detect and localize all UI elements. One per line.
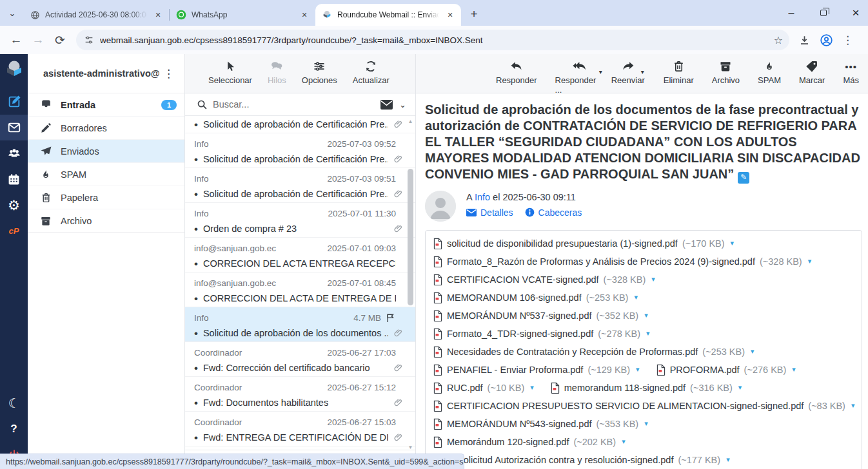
forward-caret-icon[interactable]: ▾ <box>641 68 644 75</box>
attachment-item[interactable]: MEMORÁNDUM Nº543-signed.pdf (~353 KB) ▾ <box>433 415 648 433</box>
message-list-item[interactable]: Info 2025-07-03 09:52 • Solicitud de apr… <box>185 133 415 168</box>
attachment-menu-caret-icon[interactable]: ▾ <box>644 311 648 320</box>
tab-close-icon[interactable]: × <box>152 9 164 21</box>
forward-button[interactable]: Reenviar <box>611 59 645 85</box>
recipient-link[interactable]: Info <box>475 192 490 202</box>
dark-mode-moon-icon[interactable]: ☾ <box>0 390 28 416</box>
address-bar[interactable]: webmail.sanjuan.gob.ec/cpsess8918591777/… <box>76 30 789 50</box>
forward-icon[interactable]: → <box>28 30 48 50</box>
new-tab-button[interactable]: + <box>465 5 483 23</box>
attachment-item[interactable]: CERTIFICACION VCATE-signed.pdf (~328 KB)… <box>433 271 655 289</box>
account-header[interactable]: asistente-administrativo@sa... ⋮ <box>28 54 184 93</box>
search-options-chevron-icon[interactable]: ⌄ <box>399 100 406 110</box>
sidebar-item-drafts[interactable]: Borradores <box>28 117 184 140</box>
attachment-menu-caret-icon[interactable]: ▾ <box>731 239 735 247</box>
select-button[interactable]: Seleccionar <box>208 59 252 85</box>
sidebar-item-spam[interactable]: SPAM <box>28 163 184 186</box>
attachment-item[interactable]: MEMORÁNDUM Nº537-signed.pdf (~352 KB) ▾ <box>433 307 648 325</box>
archive-button[interactable]: Archivo <box>712 59 740 85</box>
browser-tab-roundcube-active[interactable]: Roundcube Webmail :: Enviados × <box>315 4 461 26</box>
attachment-menu-caret-icon[interactable]: ▾ <box>808 257 812 265</box>
list-scrollbar[interactable]: ▲ ▼ <box>406 119 415 451</box>
message-list-item[interactable]: Coordinador 2025-06-27 15:03 • Fwd: ENTR… <box>185 412 415 446</box>
contacts-nav-button[interactable] <box>0 140 28 166</box>
sidebar-item-trash[interactable]: Papelera <box>28 186 184 209</box>
attachment-menu-caret-icon[interactable]: ▾ <box>530 383 534 392</box>
bookmark-star-icon[interactable]: ☆ <box>774 34 783 46</box>
sidebar-item-sent[interactable]: Enviados <box>28 140 184 163</box>
threads-button[interactable]: Hilos <box>268 59 286 85</box>
profile-icon[interactable] <box>820 34 833 47</box>
reply-all-button[interactable]: Responder ... <box>555 59 603 95</box>
attachment-menu-caret-icon[interactable]: ▾ <box>738 383 742 392</box>
attachment-menu-caret-icon[interactable]: ▾ <box>634 293 638 302</box>
scrollbar-thumb[interactable] <box>408 169 413 305</box>
tab-search-button[interactable]: ⌄ <box>4 5 21 21</box>
attachment-item[interactable]: Necesidades de Contratación y Recepción … <box>433 343 755 361</box>
minimize-icon[interactable]: – <box>784 7 798 19</box>
attachment-menu-caret-icon[interactable]: ▾ <box>646 329 650 338</box>
search-input[interactable] <box>213 99 375 110</box>
subject-edit-icon[interactable]: ✎ <box>738 172 749 184</box>
more-button[interactable]: ••• Más <box>843 59 859 85</box>
mail-nav-button[interactable] <box>0 115 28 140</box>
headers-link[interactable]: Cabeceras <box>525 207 582 218</box>
attachment-menu-caret-icon[interactable]: ▾ <box>726 455 730 464</box>
attachment-item[interactable]: MEMORANDUM 106-signed.pdf (~253 KB) ▾ <box>433 289 638 307</box>
reply-all-caret-icon[interactable]: ▾ <box>599 68 602 75</box>
attachment-item[interactable]: 8. Solicitud Autorización contra y resol… <box>433 451 730 469</box>
scroll-up-icon[interactable]: ▲ <box>408 119 413 125</box>
sidebar-item-inbox[interactable]: Entrada 1 <box>28 93 184 117</box>
attachment-item[interactable]: RUC.pdf (~10 KB) ▾ <box>433 379 534 397</box>
compose-button[interactable] <box>0 89 28 115</box>
site-settings-icon[interactable] <box>84 35 94 45</box>
attachment-item[interactable]: solicitud de disponibilidad presupuestar… <box>433 235 734 253</box>
attachment-menu-caret-icon[interactable]: ▾ <box>622 437 626 446</box>
attachment-menu-caret-icon[interactable]: ▾ <box>651 275 655 283</box>
scroll-down-icon[interactable]: ▼ <box>408 445 413 451</box>
attachment-menu-caret-icon[interactable]: ▾ <box>751 347 755 356</box>
details-link[interactable]: Detalles <box>466 207 513 218</box>
attachment-item[interactable]: memorandum 118-signed.pdf (~316 KB) ▾ <box>551 379 742 397</box>
settings-gear-icon[interactable]: ⚙ <box>0 192 28 218</box>
attachment-item[interactable]: Formato_4_TDR-signed-signed.pdf (~278 KB… <box>433 325 650 343</box>
help-icon[interactable]: ? <box>0 416 28 442</box>
delete-button[interactable]: Eliminar <box>664 59 694 85</box>
calendar-nav-button[interactable] <box>0 166 28 192</box>
restore-icon[interactable] <box>816 7 831 19</box>
attachment-item[interactable]: Formato_8_Razón de Proformas y Análisis … <box>433 253 811 271</box>
message-list-item[interactable]: Coordinador 2025-06-27 15:12 • Fwd: Docu… <box>185 377 415 412</box>
close-icon[interactable]: × <box>849 6 863 20</box>
message-list-item[interactable]: Info 2025-07-03 09:51 • Solicitud de apr… <box>185 168 415 203</box>
download-icon[interactable] <box>798 34 811 46</box>
attachment-item[interactable]: Memorándum 120-signed.pdf (~202 KB) ▾ <box>433 433 626 451</box>
refresh-button[interactable]: Actualizar <box>353 59 390 85</box>
sidebar-item-archive[interactable]: Archivo <box>28 209 184 233</box>
tab-close-icon[interactable]: × <box>444 9 456 21</box>
browser-tab-whatsapp[interactable]: WhatsApp × <box>170 4 315 26</box>
message-list-item[interactable]: • Solicitud de aprobación de Certificaci… <box>185 116 415 133</box>
message-list-item[interactable]: Coordinador 2025-06-27 17:03 • Fwd: Corr… <box>185 342 415 377</box>
reply-button[interactable]: Responder <box>496 59 537 85</box>
attachment-menu-caret-icon[interactable]: ▾ <box>636 365 640 374</box>
browser-menu-kebab-icon[interactable]: ⋮ <box>842 34 853 47</box>
message-list-item[interactable]: Info 2025-07-01 11:30 • Orden de compra … <box>185 203 415 238</box>
attachment-item[interactable]: PROFORMA.pdf (~276 KB) ▾ <box>656 361 796 379</box>
attachment-item[interactable]: PENAFIEL - Enviar Proforma.pdf (~129 KB)… <box>433 361 640 379</box>
account-menu-kebab-icon[interactable]: ⋮ <box>159 67 178 81</box>
search-scope-envelope-icon[interactable] <box>380 100 393 110</box>
tab-close-icon[interactable]: × <box>299 9 310 21</box>
browser-tab-activity[interactable]: Actividad 2025-06-30 08:00:00 × <box>23 4 169 26</box>
mark-button[interactable]: Marcar <box>799 59 825 85</box>
attachment-item[interactable]: CERTIFICACION PRESUPUESTO SERVICIO DE AL… <box>433 397 854 415</box>
message-list-item[interactable]: info@sanjuan.gob.ec 2025-07-01 09:03 • C… <box>185 238 415 273</box>
attachment-menu-caret-icon[interactable]: ▾ <box>644 419 648 428</box>
attachment-menu-caret-icon[interactable]: ▾ <box>792 365 796 374</box>
message-list-item[interactable]: info@sanjuan.gob.ec 2025-07-01 08:45 • C… <box>185 273 415 307</box>
cpanel-icon[interactable]: cP <box>0 218 28 244</box>
message-list-item[interactable]: Info 4.7 MB • Solicitud de aprobación de… <box>185 307 415 342</box>
back-icon[interactable]: ← <box>6 30 26 50</box>
attachment-menu-caret-icon[interactable]: ▾ <box>851 401 855 410</box>
spam-button[interactable]: SPAM <box>758 59 781 85</box>
options-button[interactable]: Opciones <box>302 59 337 85</box>
